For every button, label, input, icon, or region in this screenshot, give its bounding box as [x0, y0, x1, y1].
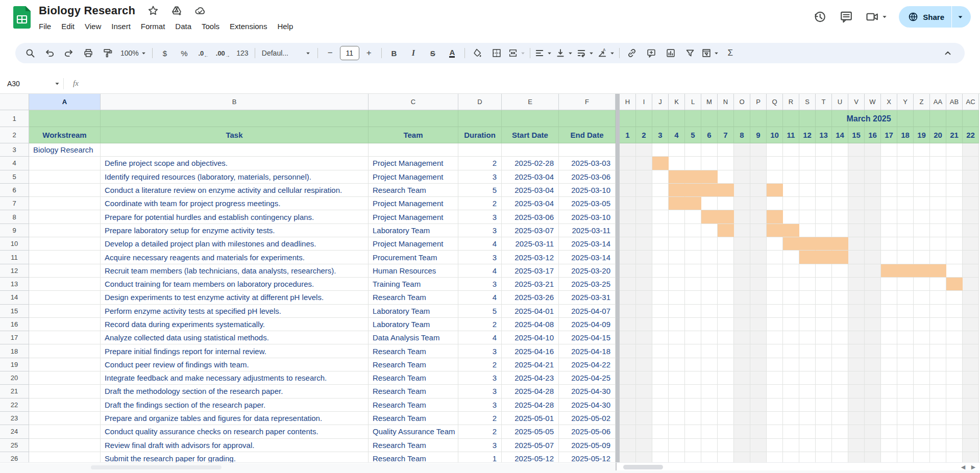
- gantt-cell[interactable]: [652, 170, 669, 184]
- gantt-cell[interactable]: [865, 264, 881, 278]
- gantt-cell[interactable]: [783, 264, 799, 278]
- scroll-right-arrow[interactable]: ▶: [970, 463, 977, 470]
- gantt-cell[interactable]: [881, 358, 897, 371]
- gantt-cell[interactable]: [652, 371, 669, 385]
- gantt-cell[interactable]: [930, 439, 946, 452]
- gantt-cell[interactable]: [848, 251, 865, 264]
- team-cell[interactable]: Data Analysis Team: [369, 331, 458, 344]
- gantt-cell[interactable]: [767, 305, 783, 318]
- gantt-cell[interactable]: [620, 399, 636, 412]
- empty-cell[interactable]: [29, 344, 101, 358]
- gantt-cell[interactable]: [669, 452, 685, 462]
- end-date-cell[interactable]: 2025-05-12: [559, 452, 616, 462]
- gantt-cell[interactable]: [652, 237, 669, 251]
- gantt-cell[interactable]: [816, 264, 832, 278]
- team-cell[interactable]: Training Team: [369, 278, 458, 291]
- start-date-cell[interactable]: 2025-04-28: [502, 385, 559, 398]
- gantt-cell[interactable]: [865, 344, 881, 358]
- borders-button[interactable]: [487, 45, 506, 61]
- gantt-cell[interactable]: [799, 358, 816, 371]
- duration-cell[interactable]: 4: [458, 291, 502, 304]
- gantt-cell[interactable]: [946, 385, 963, 398]
- row-header-13[interactable]: 13: [0, 278, 29, 291]
- gantt-cell[interactable]: [897, 399, 914, 412]
- gantt-cell[interactable]: [832, 210, 848, 223]
- gantt-cell[interactable]: [783, 184, 799, 197]
- gantt-cell[interactable]: [652, 224, 669, 237]
- gantt-day-header[interactable]: 8: [734, 127, 750, 143]
- gantt-cell[interactable]: [636, 452, 652, 462]
- gantt-cell[interactable]: [881, 385, 897, 398]
- gantt-cell[interactable]: [946, 425, 963, 438]
- gantt-cell[interactable]: [620, 224, 636, 237]
- start-date-cell[interactable]: 2025-05-05: [502, 425, 559, 438]
- gantt-cell[interactable]: [865, 425, 881, 438]
- gantt-cell[interactable]: [669, 305, 685, 318]
- gantt-cell[interactable]: [652, 385, 669, 398]
- month-band-cell[interactable]: [914, 110, 930, 127]
- column-header-F[interactable]: F: [559, 94, 616, 110]
- gantt-cell[interactable]: [946, 358, 963, 371]
- start-date-cell[interactable]: 2025-05-01: [502, 412, 559, 425]
- gantt-cell[interactable]: [946, 291, 963, 304]
- move-to-drive-icon[interactable]: [171, 5, 182, 16]
- gantt-cell[interactable]: [946, 412, 963, 425]
- scroll-left-arrow[interactable]: ◀: [960, 463, 967, 470]
- gantt-cell[interactable]: [767, 399, 783, 412]
- month-band-cell[interactable]: [669, 110, 685, 127]
- gantt-cell[interactable]: [930, 371, 946, 385]
- gantt-cell[interactable]: [750, 224, 767, 237]
- gantt-cell[interactable]: [914, 184, 930, 197]
- gantt-cell[interactable]: [865, 318, 881, 331]
- gantt-cell[interactable]: [636, 210, 652, 223]
- header-cell-team[interactable]: Team: [369, 127, 458, 143]
- gantt-cell[interactable]: [685, 210, 701, 223]
- gantt-cell[interactable]: [914, 452, 930, 462]
- gantt-cell[interactable]: [718, 344, 734, 358]
- gantt-cell[interactable]: [685, 452, 701, 462]
- gantt-cell[interactable]: [734, 318, 750, 331]
- task-cell[interactable]: Prepare initial findings report for inte…: [101, 344, 369, 358]
- gantt-cell[interactable]: [848, 371, 865, 385]
- gantt-cell[interactable]: [914, 358, 930, 371]
- gantt-cell[interactable]: [799, 157, 816, 170]
- gantt-day-header[interactable]: 3: [652, 127, 669, 143]
- empty-cell[interactable]: [29, 318, 101, 331]
- gantt-cell[interactable]: [881, 318, 897, 331]
- gantt-cell[interactable]: [865, 184, 881, 197]
- gantt-cell[interactable]: [652, 439, 669, 452]
- gantt-cell[interactable]: [750, 237, 767, 251]
- gantt-cell[interactable]: [897, 278, 914, 291]
- gantt-cell[interactable]: [848, 412, 865, 425]
- end-date-cell[interactable]: 2025-03-25: [559, 278, 616, 291]
- gantt-cell[interactable]: [881, 399, 897, 412]
- text-wrap-button[interactable]: [575, 45, 596, 61]
- gantt-cell[interactable]: [930, 331, 946, 344]
- gantt-cell[interactable]: [865, 278, 881, 291]
- gantt-bar-cell[interactable]: [669, 184, 685, 197]
- start-date-cell[interactable]: 2025-03-12: [502, 251, 559, 264]
- row-header-7[interactable]: 7: [0, 197, 29, 210]
- menu-item-insert[interactable]: Insert: [106, 19, 136, 34]
- italic-button[interactable]: I: [404, 45, 423, 61]
- gantt-bar-cell[interactable]: [701, 210, 718, 223]
- gantt-bar-cell[interactable]: [767, 184, 783, 197]
- team-cell[interactable]: Research Team: [369, 184, 458, 197]
- column-header-X[interactable]: X: [881, 94, 897, 110]
- month-band-cell[interactable]: [29, 110, 101, 127]
- gantt-cell[interactable]: [652, 305, 669, 318]
- gantt-cell[interactable]: [750, 157, 767, 170]
- start-date-cell[interactable]: 2025-04-08: [502, 318, 559, 331]
- gantt-bar-cell[interactable]: [881, 264, 897, 278]
- gantt-cell[interactable]: [946, 264, 963, 278]
- gantt-cell[interactable]: [620, 278, 636, 291]
- column-header-R[interactable]: R: [783, 94, 799, 110]
- row-header-18[interactable]: 18: [0, 344, 29, 358]
- task-cell[interactable]: Develop a detailed project plan with mil…: [101, 237, 369, 251]
- gantt-cell[interactable]: [881, 251, 897, 264]
- end-date-cell[interactable]: 2025-04-30: [559, 399, 616, 412]
- insert-comment-button[interactable]: [642, 45, 661, 61]
- gantt-cell[interactable]: [799, 278, 816, 291]
- gantt-day-header[interactable]: 11: [783, 127, 799, 143]
- gantt-cell[interactable]: [865, 331, 881, 344]
